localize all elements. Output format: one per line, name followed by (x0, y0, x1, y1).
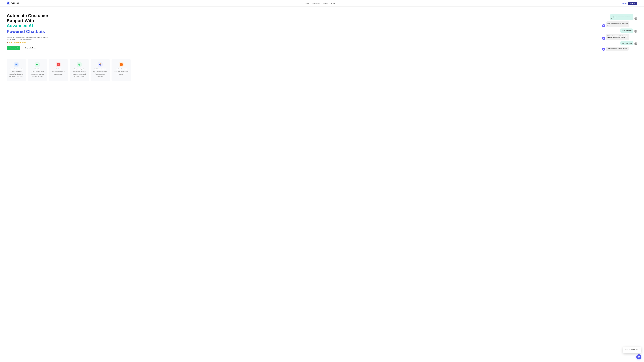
hero-buttons: Claim Now! Request a Demo (14, 92, 111, 100)
feature-desc-analytics: You can track all the customer interacti… (228, 141, 257, 151)
svg-text:A: A (200, 128, 201, 130)
feature-desc-easy-integrate: Integrating the chatbot into your websit… (144, 141, 173, 154)
feature-icon-no-code: </> (112, 124, 121, 134)
feature-multilingual: A 文 Multilingual Support Your customer d… (181, 118, 220, 162)
svg-rect-42 (243, 128, 244, 131)
svg-rect-33 (158, 129, 160, 131)
svg-rect-25 (30, 126, 36, 132)
features-grid: Human-like Interaction Our chat-bots are… (14, 118, 644, 162)
feature-title-live-chat: Live Chat (69, 136, 80, 139)
svg-rect-41 (242, 128, 243, 131)
feature-title-easy-integrate: Easy to Integrate (148, 136, 169, 139)
claim-button[interactable]: Claim Now! (14, 92, 40, 100)
svg-text:</>: </> (115, 128, 118, 130)
svg-rect-30 (114, 126, 119, 132)
feature-icon-live-chat (70, 124, 79, 134)
svg-point-37 (200, 126, 203, 129)
feature-desc-live-chat: You are not ready to trust AI to handle … (60, 141, 89, 154)
svg-rect-29 (72, 127, 77, 130)
feature-desc-multilingual: Your customer doesn't speak English? no … (186, 141, 215, 154)
feature-no-code: </> No Code You can build your bots in m… (97, 118, 136, 162)
feature-title-human-like: Human-like Interaction (19, 136, 46, 139)
feature-icon-multilingual: A 文 (196, 124, 205, 134)
svg-rect-40 (241, 129, 242, 131)
feature-easy-integrate: Easy to Integrate Integrating the chatbo… (139, 118, 178, 162)
svg-rect-39 (240, 126, 245, 132)
svg-rect-2 (16, 6, 16, 6)
feature-analytics: Realtime Analytics You can track all the… (223, 118, 262, 162)
feature-icon-analytics (238, 124, 247, 134)
svg-rect-32 (157, 127, 159, 129)
feature-live-chat: Live Chat You are not ready to trust AI … (55, 118, 94, 162)
feature-desc-human-like: Our chat-bots are not selecting through … (18, 141, 47, 158)
feature-desc-no-code: You can build your bots in minutes witho… (102, 141, 131, 151)
svg-point-35 (198, 127, 202, 131)
svg-rect-26 (31, 128, 34, 130)
feature-icon-human-like (28, 124, 38, 134)
svg-text:文: 文 (201, 127, 202, 129)
feature-title-multilingual: Multilingual Support (188, 136, 213, 139)
svg-point-28 (33, 129, 34, 129)
feature-icon-easy-integrate (154, 124, 163, 134)
feature-human-like: Human-like Interaction Our chat-bots are… (14, 118, 52, 162)
svg-rect-3 (17, 6, 18, 6)
demo-button[interactable]: Request a Demo (44, 92, 78, 100)
svg-point-27 (32, 129, 32, 129)
svg-rect-34 (159, 128, 160, 129)
features-section: Human-like Interaction Our chat-bots are… (0, 111, 644, 172)
feature-title-no-code: No Code (111, 136, 122, 139)
feature-title-analytics: Realtime Analytics (231, 136, 254, 139)
